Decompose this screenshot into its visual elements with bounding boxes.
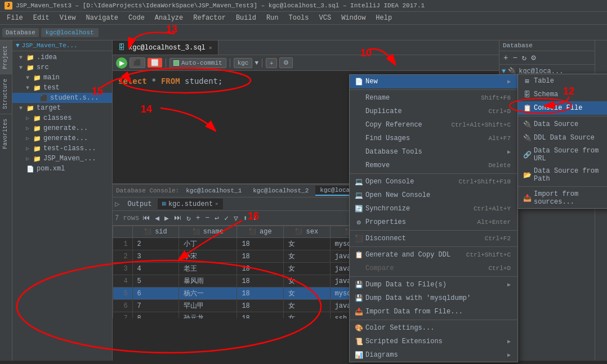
delete-row-btn[interactable]: − bbox=[204, 213, 212, 223]
stop-button[interactable]: ⬜ bbox=[148, 58, 162, 68]
tree-item[interactable]: ▷ 📁 generate... bbox=[12, 123, 112, 133]
submenu-schema[interactable]: 🗄 Schema bbox=[518, 88, 607, 101]
run-button[interactable]: ▶ bbox=[116, 57, 127, 69]
ctx-opennewconsole[interactable]: 💻Open New Console bbox=[350, 188, 517, 202]
autocommit-toggle[interactable]: Auto-commit bbox=[169, 58, 226, 68]
editor-tab-sql[interactable]: 🗄 kgc@localhost_3.sql ✕ bbox=[113, 41, 218, 55]
tree-item[interactable]: ▼ 📁 main bbox=[12, 73, 112, 83]
tree-item[interactable]: ▼ 📁 target bbox=[12, 103, 112, 113]
submenu-table[interactable]: ⊞ Table bbox=[518, 74, 607, 88]
favorites-vtab[interactable]: Favorites bbox=[0, 114, 12, 154]
kgc-dropdown[interactable]: kgc bbox=[234, 58, 253, 68]
ctx-item-new[interactable]: 📄 New ▶ ⊞ Table 🗄 Schema 📋 Conso bbox=[350, 75, 517, 88]
menu-view[interactable]: View bbox=[55, 13, 81, 23]
project-vtab[interactable]: Project bbox=[0, 41, 12, 74]
output-play-icon[interactable]: ▷ bbox=[115, 199, 119, 209]
menu-file[interactable]: File bbox=[2, 13, 28, 23]
ctx-rename[interactable]: Rename Shift+F6 bbox=[350, 91, 517, 105]
submenu-ds-path[interactable]: 📂 Data Source from Path bbox=[518, 165, 607, 185]
ctx-scripted[interactable]: 📜Scripted Extensions ▶ bbox=[350, 335, 517, 348]
tab-close-icon[interactable]: ✕ bbox=[209, 44, 212, 51]
db-refresh-btn[interactable]: ↻ bbox=[520, 52, 528, 63]
left-vtabs: Project Structure Favorites bbox=[0, 41, 12, 361]
ctx-synchronize[interactable]: 🔄Synchronize Ctrl+Alt+Y bbox=[350, 202, 517, 215]
ctx-findusages[interactable]: Find Usages Alt+F7 bbox=[350, 132, 517, 145]
submit-btn[interactable]: ✓ bbox=[222, 213, 230, 223]
nav-last[interactable]: ⏭ bbox=[172, 213, 183, 223]
ctx-dbtools[interactable]: Database Tools ▶ bbox=[350, 145, 517, 159]
submenu-import[interactable]: 📥 Import from sources... bbox=[518, 188, 607, 208]
tree-item[interactable]: ▼ 📁 test bbox=[12, 83, 112, 93]
nav-next[interactable]: ▶ bbox=[163, 213, 171, 223]
add-row-btn[interactable]: + bbox=[194, 213, 202, 223]
col-sex[interactable]: ⬛ sex bbox=[284, 226, 331, 238]
ctx-diagrams[interactable]: 📊Diagrams ▶ bbox=[350, 348, 517, 362]
ctx-dump[interactable]: 💾Dump Data to File(s) ▶ bbox=[350, 278, 517, 291]
menu-run[interactable]: Run bbox=[262, 13, 283, 23]
db-settings-btn[interactable]: ⚙ bbox=[529, 52, 537, 63]
menu-edit[interactable]: Edit bbox=[29, 13, 54, 23]
ctx-genddl[interactable]: 📋Generate and Copy DDL Ctrl+Shift+C bbox=[350, 248, 517, 262]
filter-btn[interactable]: ▽ bbox=[232, 213, 240, 223]
autocommit-checkbox[interactable] bbox=[173, 60, 179, 66]
host-toolbar-label[interactable]: kgc@localhost bbox=[41, 28, 99, 37]
ctx-remove[interactable]: Remove Delete bbox=[350, 159, 517, 172]
submenu-console-file[interactable]: 📋 Console File bbox=[518, 101, 607, 115]
ctx-compare[interactable]: Compare Ctrl+D bbox=[350, 262, 517, 275]
submenu-ds-url[interactable]: 🔗 Data Source from URL bbox=[518, 145, 607, 165]
export-btn[interactable]: ⬆ bbox=[242, 213, 249, 223]
db-panel-title: Database bbox=[503, 42, 533, 49]
col-sname[interactable]: ⬛ sname bbox=[179, 226, 237, 238]
database-toolbar-label[interactable]: Database bbox=[2, 28, 39, 37]
structure-vtab[interactable]: Structure bbox=[0, 74, 12, 114]
dump-icon: 💾 bbox=[354, 280, 363, 289]
menu-vcs[interactable]: VCS bbox=[315, 13, 336, 23]
db-minus-btn[interactable]: − bbox=[511, 53, 519, 63]
tree-item[interactable]: ▷ 📁 generate... bbox=[12, 133, 112, 143]
add-button[interactable]: + bbox=[266, 58, 277, 68]
ctx-properties[interactable]: ⚙Properties Alt+Enter bbox=[350, 215, 517, 229]
tree-item[interactable]: ▼ 📁 .idea bbox=[12, 52, 112, 62]
ctx-openconsole[interactable]: 💻Open Console Ctrl+Shift+F10 bbox=[350, 175, 517, 188]
ctx-copyref[interactable]: Copy Reference Ctrl+Alt+Shift+C bbox=[350, 118, 517, 132]
menu-navigate[interactable]: Navigate bbox=[81, 13, 123, 23]
ctx-opennewconsole-label: Open New Console bbox=[365, 191, 430, 199]
settings-button[interactable]: ⚙ bbox=[279, 57, 293, 68]
col-sid[interactable]: ⬛ sid bbox=[132, 226, 179, 238]
output-tab[interactable]: Output bbox=[123, 199, 156, 209]
menu-code[interactable]: Code bbox=[124, 13, 149, 23]
ctx-sep5 bbox=[350, 276, 517, 277]
ctx-dumpwith[interactable]: 💾Dump Data with 'mysqldump' bbox=[350, 291, 517, 305]
menu-tools[interactable]: Tools bbox=[284, 13, 314, 23]
newconsole-icon: 💻 bbox=[354, 191, 363, 200]
nav-prev[interactable]: ◀ bbox=[153, 213, 161, 223]
debug-button[interactable]: ⬛ bbox=[130, 57, 145, 68]
import-btn[interactable]: ⬇ bbox=[251, 213, 259, 223]
revert-btn[interactable]: ↩ bbox=[213, 213, 221, 223]
ctx-duplicate[interactable]: Duplicate Ctrl+D bbox=[350, 105, 517, 118]
menu-analyze[interactable]: Analyze bbox=[150, 13, 188, 23]
tree-item-pom[interactable]: 📄 pom.xml bbox=[12, 164, 112, 174]
result-tab[interactable]: ⊞ kgc.student ✕ bbox=[158, 199, 223, 209]
ctx-disconnect[interactable]: ⬛Disconnect Ctrl+F2 bbox=[350, 232, 517, 245]
db-add-btn[interactable]: + bbox=[502, 53, 510, 63]
menu-window[interactable]: Window bbox=[337, 13, 370, 23]
console-tab-2[interactable]: kgc@localhost_2 bbox=[248, 186, 313, 195]
ctx-colorsettings[interactable]: 🎨Color Settings... bbox=[350, 321, 517, 335]
ctx-importdata[interactable]: 📥Import Data from File... bbox=[350, 305, 517, 318]
result-tab-close[interactable]: ✕ bbox=[215, 201, 218, 207]
tree-item[interactable]: ▷ 📁 JSP_Maven_... bbox=[12, 154, 112, 164]
menu-refactor[interactable]: Refactor bbox=[189, 13, 230, 23]
menu-help[interactable]: Help bbox=[371, 13, 396, 23]
tree-item-student[interactable]: ⬛ student.s... bbox=[12, 93, 112, 103]
tree-item[interactable]: ▷ 📁 test-class... bbox=[12, 143, 112, 154]
tree-item[interactable]: ▼ 📁 src bbox=[12, 62, 112, 73]
refresh-btn[interactable]: ↻ bbox=[185, 213, 193, 223]
tree-item[interactable]: ▷ 📁 classes bbox=[12, 113, 112, 123]
nav-first[interactable]: ⏮ bbox=[141, 213, 151, 223]
menu-build[interactable]: Build bbox=[231, 13, 261, 23]
submenu-ddl-datasource[interactable]: 🔌 DDL Data Source bbox=[518, 131, 607, 145]
submenu-datasource[interactable]: 🔌 Data Source ▶ bbox=[518, 118, 607, 131]
col-age[interactable]: ⬛ age bbox=[237, 226, 284, 238]
console-tab-1[interactable]: kgc@localhost_1 bbox=[181, 186, 246, 195]
